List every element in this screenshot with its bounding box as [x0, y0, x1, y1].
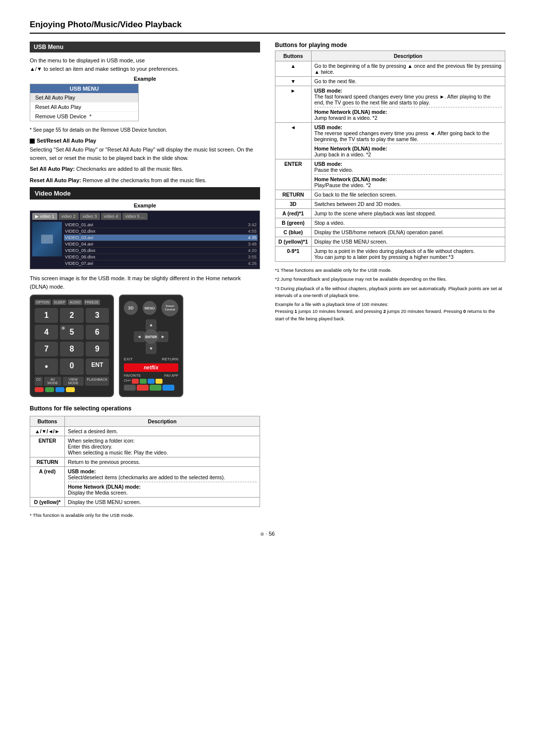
video-file-03[interactable]: VIDEO_03.avi4:35	[64, 235, 258, 241]
page-number: ⊕ · 56	[30, 531, 505, 537]
play-btn-b-green: B (green)	[275, 218, 312, 228]
play-btn-09: 0-9*1	[275, 247, 312, 262]
file-select-footnote: * This function is available only for th…	[30, 512, 260, 519]
sleep-btn[interactable]: SLEEP	[53, 300, 67, 305]
num-dot[interactable]: •	[35, 358, 58, 375]
num-0[interactable]: 0	[60, 358, 83, 375]
video-tab-3[interactable]: video 3	[80, 213, 100, 220]
av-mode-btn[interactable]: AV MODE	[44, 377, 61, 386]
play-col-desc: Description	[311, 51, 505, 61]
fav-app-btn[interactable]: FAV APP	[164, 374, 178, 377]
red-btn[interactable]	[35, 387, 44, 392]
btn-d-yellow: D (yellow)*	[30, 498, 65, 507]
nav-yellow-btn[interactable]	[156, 379, 162, 384]
video-file-04[interactable]: VIDEO_04.avi3:48	[64, 241, 258, 248]
cc-btn[interactable]: CC	[35, 377, 43, 386]
video-thumbnail	[32, 222, 62, 256]
black-square-icon	[30, 139, 35, 144]
play-btn-b-green-desc: Stop a video.	[311, 218, 505, 228]
nav-green-btn[interactable]	[140, 379, 147, 384]
nav-down[interactable]: ▼	[146, 343, 157, 354]
usb-menu-title: USB MENU	[30, 84, 138, 93]
video-tab-2[interactable]: video 2	[58, 213, 79, 220]
nav-btn-a[interactable]	[124, 385, 136, 391]
video-mode-section: Video Mode Example ▶ video 1 video 2 vid…	[30, 187, 260, 291]
btn-return-desc: Return to the previous process.	[65, 457, 260, 467]
nav-left[interactable]: ◄	[134, 331, 145, 342]
view-mode-btn[interactable]: VIEW MODE	[63, 377, 84, 386]
video-file-01[interactable]: VIDEO_01.avi3:42	[64, 222, 258, 228]
netflix-btn[interactable]: netflix	[124, 363, 178, 372]
num-7[interactable]: 7	[35, 342, 58, 356]
example-text: Example for a file with a playback time …	[275, 301, 505, 322]
nav-btn-c[interactable]	[150, 385, 161, 391]
play-btn-d-yellow-desc: Display the USB MENU screen.	[311, 237, 505, 247]
video-file-06[interactable]: VIDEO_06.divx3:55	[64, 254, 258, 260]
play-btn-c-blue-desc: Display the USB/home network (DLNA) oper…	[311, 228, 505, 237]
yellow-btn[interactable]	[66, 387, 75, 392]
num-5[interactable]: ◉5	[60, 325, 83, 340]
flashback-btn[interactable]: FLASHBACK	[85, 377, 109, 386]
video-tab-5[interactable]: video 5 ...	[122, 213, 148, 220]
video-example-label: Example	[30, 202, 260, 208]
btn-d-yellow-desc: Display the USB MENU screen.	[65, 498, 260, 507]
num-8[interactable]: 8	[60, 342, 83, 356]
buttons-playing-header: Buttons for playing mode	[275, 42, 505, 49]
green-btn[interactable]	[45, 387, 54, 392]
nav-enter[interactable]: ENTER	[144, 329, 159, 344]
nav-up[interactable]: ▲	[146, 319, 157, 330]
btn-3d[interactable]: 3D	[124, 301, 138, 315]
num-1[interactable]: 1	[35, 308, 58, 323]
blue-btn[interactable]	[55, 387, 64, 392]
num-4[interactable]: 4	[35, 325, 58, 340]
usb-menu-item-reset[interactable]: Reset All Auto Play	[30, 102, 138, 112]
play-btn-3d-desc: Switches between 2D and 3D modes.	[311, 200, 505, 209]
audio-btn[interactable]: AUDIO	[68, 300, 82, 305]
return-btn[interactable]: RETURN	[162, 357, 178, 361]
num-3[interactable]: 3	[86, 308, 109, 323]
btn-smart-central[interactable]: SmartCentral	[161, 300, 178, 316]
buttons-playing-table: Buttons Description ▲ Go to the beginnin…	[275, 50, 505, 262]
favorite-btn[interactable]: FAVORITE	[124, 374, 141, 377]
table-row: C (blue) Display the USB/home network (D…	[275, 228, 505, 237]
remote-top-row: OPTION SLEEP AUDIO FREEZE	[35, 300, 109, 305]
usb-footnote: * See page 55 for details on the Remove …	[30, 126, 260, 134]
video-tab-1[interactable]: ▶ video 1	[32, 213, 57, 220]
table-row: ▼ Go to the next file.	[275, 77, 505, 86]
nav-red-btn[interactable]	[132, 379, 139, 384]
num-9[interactable]: 9	[86, 342, 109, 356]
nav-btn-d[interactable]	[162, 385, 174, 391]
table-row: RETURN Return to the previous process.	[30, 457, 260, 467]
video-file-02[interactable]: VIDEO_02.divx4:55	[64, 228, 258, 235]
btn-rev: ◄	[275, 123, 312, 159]
nav-blue-btn[interactable]	[148, 379, 155, 384]
btn-rev-desc: USB mode: The reverse speed changes ever…	[311, 123, 505, 159]
video-list-content: VIDEO_01.avi3:42 VIDEO_02.divx4:55 VIDEO…	[32, 222, 258, 267]
d-pad: ▲ ▼ ◄ ► ENTER	[134, 319, 168, 354]
option-btn[interactable]: OPTION	[35, 300, 51, 305]
play-btn-d-yellow: D (yellow)*1	[275, 237, 312, 247]
video-file-07[interactable]: VIDEO_07.avi4:26	[64, 260, 258, 267]
num-ent[interactable]: ENT	[86, 358, 109, 375]
video-file-05[interactable]: VIDEO_05.divx4:20	[64, 248, 258, 254]
btn-fwd: ►	[275, 86, 312, 123]
video-tab-4[interactable]: video 4	[101, 213, 121, 220]
play-btn-enter: ENTER	[275, 159, 312, 190]
btn-down: ▼	[275, 77, 312, 86]
usb-menu-box: USB MENU Set All Auto Play Reset All Aut…	[30, 84, 139, 121]
table-row: ENTER USB mode: Pause the video. Home Ne…	[275, 159, 505, 190]
exit-btn[interactable]: EXIT	[124, 357, 133, 361]
btn-menu[interactable]: MENU	[143, 301, 157, 315]
nav-3d-menu-row: 3D MENU SmartCentral	[124, 300, 178, 316]
num-6[interactable]: 6	[86, 325, 109, 340]
nav-btn-b[interactable]	[137, 385, 149, 391]
num-2[interactable]: 2	[60, 308, 83, 323]
nav-right[interactable]: ►	[158, 331, 168, 342]
table-row: D (yellow)* Display the USB MENU screen.	[30, 498, 260, 507]
btn-enter-desc: When selecting a folder icon:Enter this …	[65, 436, 260, 457]
ch-btn[interactable]: CH+	[124, 379, 131, 384]
usb-menu-item-remove[interactable]: Remove USB Device *	[30, 112, 138, 121]
btn-enter: ENTER	[30, 436, 65, 457]
usb-menu-item-set[interactable]: Set All Auto Play	[30, 93, 138, 102]
freeze-btn[interactable]: FREEZE	[84, 300, 101, 305]
